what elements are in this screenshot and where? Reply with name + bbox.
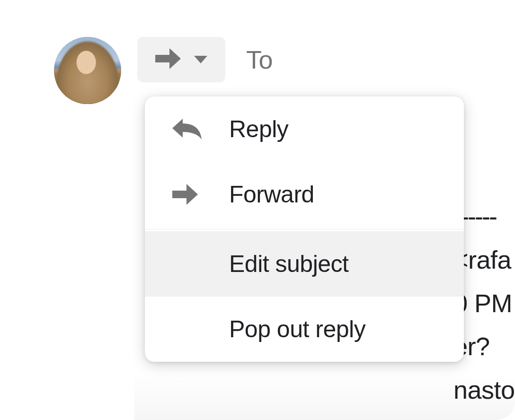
menu-item-reply[interactable]: Reply [145, 96, 464, 162]
content-frame: To ------ <rafa 0 PM er? nasto Reply [11, 0, 515, 420]
compose-header: To [137, 37, 515, 82]
menu-item-pop-out-reply[interactable]: Pop out reply [145, 297, 464, 362]
app-frame: To ------ <rafa 0 PM er? nasto Reply [0, 0, 515, 420]
quoted-body: nasto [453, 368, 515, 412]
forward-icon [172, 184, 229, 205]
forward-mode-button[interactable] [137, 37, 225, 82]
forward-icon [155, 48, 181, 71]
avatar-image [54, 37, 121, 104]
menu-item-forward[interactable]: Forward [145, 162, 464, 227]
menu-item-label: Reply [229, 115, 464, 143]
menu-item-label: Forward [229, 181, 464, 208]
menu-item-label: Edit subject [229, 250, 464, 278]
chevron-down-icon [194, 56, 207, 63]
menu-item-label: Pop out reply [229, 315, 464, 343]
avatar [54, 37, 121, 104]
reply-options-menu: Reply Forward Edit subject Pop out reply [145, 96, 464, 362]
menu-item-edit-subject[interactable]: Edit subject [145, 231, 464, 297]
menu-divider [145, 229, 464, 229]
reply-icon [172, 119, 229, 140]
to-field-label: To [246, 45, 273, 74]
